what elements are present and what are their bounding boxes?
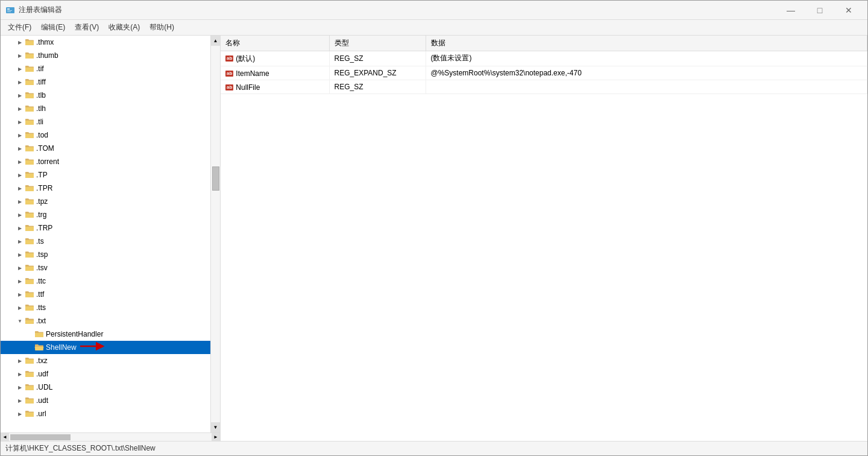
tree-arrow-collapsed[interactable]: [15, 250, 25, 259]
tree-label: .txt: [36, 317, 46, 325]
folder-icon: [25, 157, 34, 166]
reg-data-cell: (数值未设置): [426, 51, 867, 66]
folder-icon: [25, 197, 34, 206]
folder-icon: [25, 37, 34, 47]
tree-item[interactable]: .tlb: [1, 89, 210, 102]
tree-arrow-collapsed[interactable]: [15, 51, 25, 60]
tree-item[interactable]: .ttc: [1, 274, 210, 288]
tree-item[interactable]: .TP: [1, 168, 210, 182]
tree-item[interactable]: .TOM: [1, 142, 210, 155]
tree-item[interactable]: .thumb: [1, 49, 210, 62]
tree-item[interactable]: .TRP: [1, 221, 210, 235]
tree-arrow-collapsed[interactable]: [15, 409, 25, 419]
tree-item[interactable]: .ttf: [1, 288, 210, 301]
tree-arrow-collapsed[interactable]: [15, 157, 25, 166]
tree-item[interactable]: .tpz: [1, 195, 210, 208]
folder-icon: [25, 90, 34, 100]
tree-item[interactable]: .udt: [1, 394, 210, 407]
col-header-data: 数据: [426, 36, 867, 51]
tree-arrow-collapsed[interactable]: [15, 183, 25, 193]
reg-name-cell: ab(默认): [221, 51, 329, 66]
tree-item[interactable]: .tif: [1, 62, 210, 75]
menu-help[interactable]: 帮助(H): [145, 21, 179, 34]
tree-arrow-expanded[interactable]: [15, 316, 25, 326]
tree-arrow-collapsed[interactable]: [15, 223, 25, 233]
tree-arrow-collapsed[interactable]: [15, 290, 25, 299]
minimize-button[interactable]: —: [777, 1, 805, 20]
tree-item[interactable]: .UDL: [1, 381, 210, 394]
table-row[interactable]: abItemNameREG_EXPAND_SZ@%SystemRoot%\sys…: [221, 66, 867, 80]
close-button[interactable]: ✕: [835, 1, 863, 20]
tree-scrollbar[interactable]: ▲ ▼: [210, 36, 220, 432]
tree-arrow-collapsed[interactable]: [15, 90, 25, 100]
tree-label: .tpz: [36, 197, 48, 206]
folder-icon: [25, 236, 34, 246]
tree-item[interactable]: .tsp: [1, 248, 210, 261]
scroll-down-arrow[interactable]: ▼: [211, 422, 221, 432]
menu-file[interactable]: 文件(F): [3, 21, 36, 34]
tree-arrow-collapsed[interactable]: [15, 37, 25, 47]
tree-item[interactable]: .ts: [1, 235, 210, 248]
folder-icon: [25, 130, 34, 140]
tree-label: .UDL: [36, 383, 52, 391]
tree-arrow-collapsed[interactable]: [15, 236, 25, 246]
scroll-left-arrow[interactable]: ◄: [1, 433, 9, 442]
tree-arrow-collapsed[interactable]: [15, 117, 25, 127]
svg-rect-3: [7, 11, 11, 12]
tree-arrow-collapsed[interactable]: [15, 263, 25, 273]
tree-arrow-collapsed[interactable]: [15, 130, 25, 140]
tree-item[interactable]: PersistentHandler: [1, 328, 210, 341]
tree-item[interactable]: .torrent: [1, 155, 210, 168]
menu-edit[interactable]: 编辑(E): [36, 21, 70, 34]
folder-icon: [25, 144, 34, 153]
scroll-thumb[interactable]: [212, 166, 219, 191]
tree-arrow-collapsed[interactable]: [15, 64, 25, 74]
scroll-up-arrow[interactable]: ▲: [211, 36, 221, 46]
folder-icon: [25, 104, 34, 113]
tree-label: .tiff: [36, 78, 46, 86]
svg-rect-2: [7, 10, 12, 11]
tree-arrow-collapsed[interactable]: [15, 356, 25, 366]
tree-item[interactable]: .url: [1, 407, 210, 420]
tree-item[interactable]: .TPR: [1, 182, 210, 195]
folder-icon: [25, 210, 34, 220]
tree-item[interactable]: .thmx: [1, 36, 210, 49]
tree-arrow-collapsed[interactable]: [15, 369, 25, 379]
tree-arrow-collapsed[interactable]: [15, 210, 25, 220]
tree-item[interactable]: .trg: [1, 208, 210, 221]
tree-arrow-collapsed[interactable]: [15, 396, 25, 405]
tree-arrow-collapsed[interactable]: [15, 303, 25, 312]
tree-label: .tli: [36, 118, 43, 126]
tree-arrow-collapsed[interactable]: [15, 276, 25, 286]
tree-item[interactable]: .tiff: [1, 75, 210, 89]
tree-arrow-collapsed[interactable]: [15, 77, 25, 87]
tree-item[interactable]: .tod: [1, 128, 210, 142]
maximize-button[interactable]: □: [806, 1, 834, 20]
table-row[interactable]: abNullFileREG_SZ: [221, 80, 867, 93]
menu-bar: 文件(F) 编辑(E) 查看(V) 收藏夹(A) 帮助(H): [1, 20, 867, 36]
tree-arrow-collapsed[interactable]: [15, 170, 25, 180]
table-row[interactable]: ab(默认)REG_SZ(数值未设置): [221, 51, 867, 66]
tree-item[interactable]: .txt: [1, 314, 210, 328]
tree-item[interactable]: .tsv: [1, 261, 210, 274]
tree-arrow-collapsed[interactable]: [15, 197, 25, 206]
tree-hscrollbar[interactable]: ◄ ►: [1, 432, 220, 441]
tree-label: .thumb: [36, 51, 58, 60]
tree-label: .tsv: [36, 264, 48, 272]
tree-label: .ttf: [36, 290, 44, 299]
tree-item[interactable]: ShellNew: [1, 341, 210, 354]
tree-item[interactable]: .udf: [1, 367, 210, 381]
ab-icon: ab: [225, 71, 233, 77]
tree-item[interactable]: .tlh: [1, 102, 210, 115]
tree-arrow-collapsed[interactable]: [15, 104, 25, 113]
tree-item[interactable]: .txz: [1, 354, 210, 367]
scroll-right-arrow[interactable]: ►: [212, 433, 220, 442]
tree-content[interactable]: .thmx .thumb .tif .tiff .tlb .tlh .tli .…: [1, 36, 210, 432]
tree-item[interactable]: .tli: [1, 115, 210, 128]
hscroll-thumb[interactable]: [10, 434, 71, 440]
menu-view[interactable]: 查看(V): [70, 21, 104, 34]
menu-favorites[interactable]: 收藏夹(A): [104, 21, 145, 34]
tree-arrow-collapsed[interactable]: [15, 382, 25, 392]
tree-item[interactable]: .tts: [1, 301, 210, 314]
tree-arrow-collapsed[interactable]: [15, 144, 25, 153]
